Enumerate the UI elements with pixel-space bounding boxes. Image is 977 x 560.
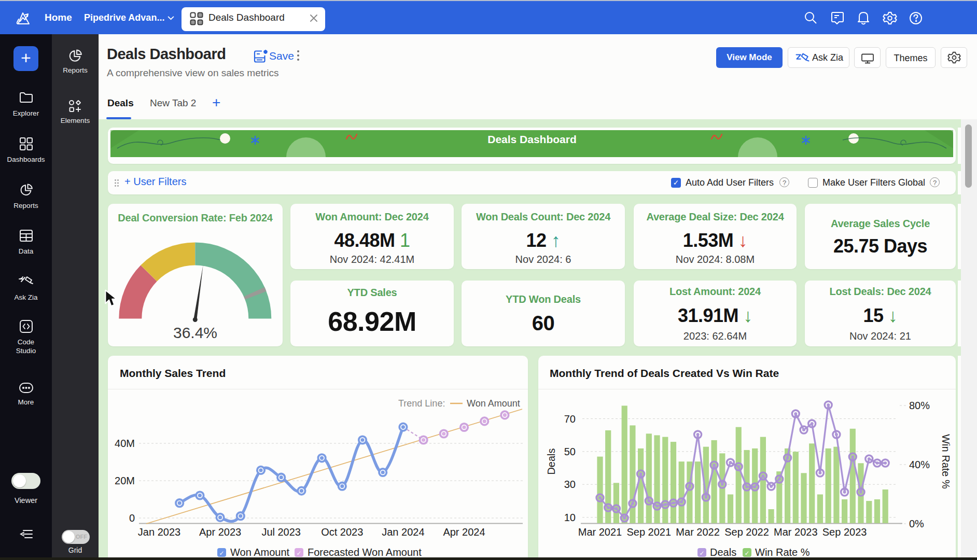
svg-text:0%: 0% xyxy=(909,518,924,529)
svg-text:Apr 2024: Apr 2024 xyxy=(443,526,485,538)
svg-text:20M: 20M xyxy=(115,475,135,486)
svg-text:Mar 2023: Mar 2023 xyxy=(774,526,818,538)
svg-text:Sep 2023: Sep 2023 xyxy=(822,526,867,538)
svg-text:Mar 2021: Mar 2021 xyxy=(578,526,622,538)
svg-text:Monthly Trend of Deals Created: Monthly Trend of Deals Created Vs Win Ra… xyxy=(550,367,779,379)
svg-text:Jan 2024: Jan 2024 xyxy=(382,526,424,538)
svg-text:10: 10 xyxy=(564,512,576,523)
svg-text:Mar 2022: Mar 2022 xyxy=(676,526,720,538)
svg-text:Deals: Deals xyxy=(546,448,557,474)
svg-text:Won Amount: Won Amount xyxy=(230,547,290,558)
svg-text:✓: ✓ xyxy=(744,550,749,557)
svg-text:Win Rate %: Win Rate % xyxy=(755,547,810,558)
svg-text:0: 0 xyxy=(129,512,135,524)
svg-text:Deals: Deals xyxy=(710,547,736,558)
svg-text:✓: ✓ xyxy=(699,550,704,557)
svg-text:Forecasted Won Amount: Forecasted Won Amount xyxy=(308,547,422,558)
svg-text:Sep 2021: Sep 2021 xyxy=(626,526,671,538)
svg-text:80%: 80% xyxy=(909,400,930,411)
svg-text:Oct 2023: Oct 2023 xyxy=(321,526,363,538)
svg-text:Deals Dashboard: Deals Dashboard xyxy=(487,133,577,145)
svg-text:40%: 40% xyxy=(909,459,930,470)
svg-text:Sep 2022: Sep 2022 xyxy=(724,526,769,538)
svg-text:Trend Line:: Trend Line: xyxy=(398,398,445,409)
svg-text:Apr 2023: Apr 2023 xyxy=(199,526,241,538)
svg-text:Jan 2023: Jan 2023 xyxy=(138,526,180,538)
svg-text:Monthly Sales Trend: Monthly Sales Trend xyxy=(120,367,226,379)
svg-text:Win Rate %: Win Rate % xyxy=(940,434,952,489)
svg-text:Won Amount: Won Amount xyxy=(467,398,520,409)
svg-text:40M: 40M xyxy=(115,438,135,449)
svg-text:50: 50 xyxy=(564,446,576,457)
svg-text:30: 30 xyxy=(564,479,576,490)
svg-text:✓: ✓ xyxy=(296,550,301,557)
svg-text:✓: ✓ xyxy=(219,550,224,557)
svg-text:70: 70 xyxy=(564,413,576,425)
svg-text:Jul 2023: Jul 2023 xyxy=(261,526,301,538)
